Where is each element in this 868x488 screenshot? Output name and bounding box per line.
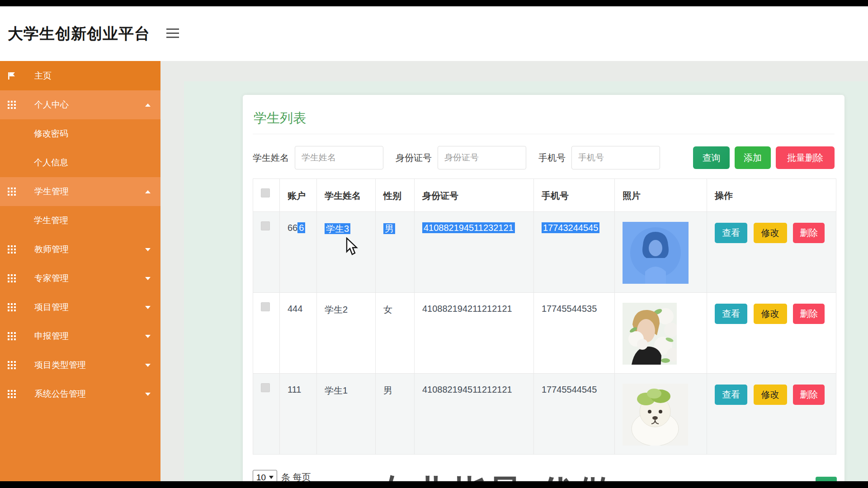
sidebar-item-expert-management[interactable]: 专家管理 xyxy=(0,264,160,293)
mouse-cursor xyxy=(345,237,359,256)
cell-gender: 男 xyxy=(376,374,415,455)
sidebar-item-label: 系统公告管理 xyxy=(34,388,86,400)
sidebar-item-label: 个人中心 xyxy=(34,99,69,111)
sidebar-item-label: 教师管理 xyxy=(34,244,69,255)
text-selection: 学生3 xyxy=(325,223,350,234)
grid-icon xyxy=(8,245,16,253)
sidebar-item-declaration-management[interactable]: 申报管理 xyxy=(0,322,160,351)
delete-button[interactable]: 删除 xyxy=(793,304,825,324)
sidebar-item-label: 项目管理 xyxy=(34,301,69,313)
chevron-down-icon xyxy=(145,248,151,251)
table-row: 666 学生3 男 410882194511232121 17743244545 xyxy=(253,212,836,293)
cell-account: 444 xyxy=(280,293,317,374)
chevron-up-icon xyxy=(145,190,151,193)
phone-label: 手机号 xyxy=(538,152,566,164)
student-name-input[interactable] xyxy=(295,146,383,169)
row-checkbox[interactable] xyxy=(261,221,270,230)
cell-phone: 17743244545 xyxy=(534,212,615,293)
cell-actions: 查看 修改 删除 xyxy=(707,374,836,455)
cell-photo xyxy=(615,374,707,455)
grid-icon xyxy=(8,332,16,340)
id-number-input[interactable] xyxy=(438,146,526,169)
sidebar-item-student-management[interactable]: 学生管理 xyxy=(0,177,160,206)
col-header-gender: 性别 xyxy=(376,179,415,212)
grid-icon xyxy=(8,274,16,282)
text-selection: 男 xyxy=(383,223,395,234)
view-button[interactable]: 查看 xyxy=(715,385,747,405)
edit-button[interactable]: 修改 xyxy=(754,223,787,243)
flag-icon xyxy=(8,72,16,80)
cell-id-number: 410882194511212121 xyxy=(415,374,534,455)
sidebar-item-home[interactable]: 主页 xyxy=(0,61,160,90)
phone-input[interactable] xyxy=(571,146,660,169)
sidebar-item-project-type-management[interactable]: 项目类型管理 xyxy=(0,351,160,380)
query-button[interactable]: 查询 xyxy=(693,146,730,169)
cell-phone: 17745544545 xyxy=(534,374,615,455)
col-header-phone: 手机号 xyxy=(534,179,615,212)
sidebar-item-label: 专家管理 xyxy=(34,272,69,284)
sidebar-item-project-management[interactable]: 项目管理 xyxy=(0,293,160,322)
sidebar-subitem-change-password[interactable]: 修改密码 xyxy=(0,119,160,148)
edit-button[interactable]: 修改 xyxy=(754,304,787,324)
search-toolbar: 学生姓名 身份证号 手机号 查询 添加 批量删除 xyxy=(253,146,835,169)
student-table: 账户 学生姓名 性别 身份证号 手机号 照片 操作 666 学生3 xyxy=(253,178,836,455)
view-button[interactable]: 查看 xyxy=(715,304,747,324)
batch-delete-button[interactable]: 批量删除 xyxy=(776,146,835,169)
clipped-green-button[interactable] xyxy=(816,477,837,481)
grid-icon xyxy=(8,101,16,109)
sidebar-subitem-student-management[interactable]: 学生管理 xyxy=(0,206,160,235)
chevron-down-icon xyxy=(269,476,274,479)
row-checkbox[interactable] xyxy=(261,302,270,311)
cell-name: 学生2 xyxy=(317,293,376,374)
cell-gender: 女 xyxy=(376,293,415,374)
chevron-down-icon xyxy=(145,364,151,367)
select-all-checkbox[interactable] xyxy=(261,188,270,197)
sidebar-item-label: 主页 xyxy=(34,70,52,82)
chevron-down-icon xyxy=(145,335,151,338)
cell-photo xyxy=(615,293,707,374)
grid-icon xyxy=(8,188,16,196)
student-list-card: 学生列表 学生姓名 身份证号 手机号 查询 添加 批量删除 xyxy=(243,95,844,481)
delete-button[interactable]: 删除 xyxy=(793,223,825,243)
hamburger-menu-icon[interactable] xyxy=(166,28,179,39)
table-row: 444 学生2 女 410882194211212121 17745544535 xyxy=(253,293,836,374)
sidebar-item-system-announcement-management[interactable]: 系统公告管理 xyxy=(0,380,160,408)
table-row: 111 学生1 男 410882194511212121 17745544545 xyxy=(253,374,836,455)
cell-account: 111 xyxy=(280,374,317,455)
edit-button[interactable]: 修改 xyxy=(754,385,787,405)
page-size-suffix: 条 每页 xyxy=(281,471,311,481)
cell-actions: 查看 修改 删除 xyxy=(707,212,836,293)
sidebar-item-teacher-management[interactable]: 教师管理 xyxy=(0,235,160,264)
clipped-bottom-heading: 专业指导 代做 xyxy=(375,470,616,481)
grid-icon xyxy=(8,361,16,369)
delete-button[interactable]: 删除 xyxy=(793,385,825,405)
row-checkbox[interactable] xyxy=(261,383,270,392)
grid-icon xyxy=(8,303,16,311)
chevron-up-icon xyxy=(145,103,151,107)
col-header-photo: 照片 xyxy=(615,179,707,212)
page-size-select[interactable]: 10 xyxy=(253,470,277,481)
col-header-actions: 操作 xyxy=(707,179,836,212)
chevron-down-icon xyxy=(145,277,151,280)
chevron-down-icon xyxy=(145,306,151,309)
table-header-row: 账户 学生姓名 性别 身份证号 手机号 照片 操作 xyxy=(253,179,836,212)
grid-icon xyxy=(8,390,16,398)
sidebar-item-label: 申报管理 xyxy=(34,330,69,342)
col-header-account: 账户 xyxy=(280,179,317,212)
page-title: 学生列表 xyxy=(253,95,835,127)
cell-gender: 男 xyxy=(376,212,415,293)
top-header: 大学生创新创业平台 xyxy=(0,6,868,61)
cell-account: 666 xyxy=(280,212,317,293)
sidebar-item-label: 学生管理 xyxy=(34,186,69,197)
add-button[interactable]: 添加 xyxy=(735,146,771,169)
col-header-name: 学生姓名 xyxy=(317,179,376,212)
col-header-id-number: 身份证号 xyxy=(415,179,534,212)
sidebar-item-personal-center[interactable]: 个人中心 xyxy=(0,90,160,119)
text-selection: 6 xyxy=(297,222,305,233)
app-title: 大学生创新创业平台 xyxy=(8,6,150,61)
view-button[interactable]: 查看 xyxy=(715,223,747,243)
sidebar-subitem-personal-info[interactable]: 个人信息 xyxy=(0,148,160,177)
text-selection: 17743244545 xyxy=(542,222,599,233)
content-area: 学生列表 学生姓名 身份证号 手机号 查询 添加 批量删除 xyxy=(160,61,868,481)
cell-actions: 查看 修改 删除 xyxy=(707,293,836,374)
